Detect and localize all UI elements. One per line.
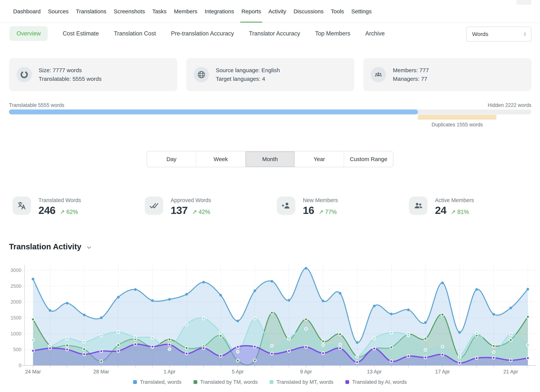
nav-divider [0, 23, 540, 23]
metric-delta: ↗ 77% [319, 208, 337, 215]
nav-item-sources[interactable]: Sources [48, 0, 69, 23]
data-point [305, 327, 308, 330]
data-point [339, 333, 342, 336]
y-axis-tick-label: 500 [13, 347, 21, 352]
data-point [322, 340, 325, 343]
data-point [66, 337, 69, 340]
x-axis-tick-label: 28 Mar [93, 369, 109, 375]
unit-select[interactable]: Words [466, 27, 531, 42]
metric-active-members: Active Members24↗ 81% [409, 196, 540, 216]
metric-value: 246 [38, 204, 55, 216]
data-point [202, 347, 205, 349]
data-point [492, 351, 495, 353]
summary-card-line: Managers: 77 [393, 74, 429, 83]
nav-item-screenshots[interactable]: Screenshots [114, 0, 145, 23]
data-point [117, 296, 120, 298]
data-point [356, 341, 359, 344]
x-axis-tick-label: 5 Apr [232, 369, 244, 375]
data-point [305, 346, 308, 348]
data-point [117, 349, 120, 352]
data-point [254, 289, 256, 292]
y-axis-tick-label: 3000 [10, 267, 21, 273]
nav-item-discussions[interactable]: Discussions [293, 0, 323, 23]
data-point [526, 315, 529, 318]
data-point [458, 354, 461, 357]
section-title-row: Translation Activity [9, 242, 92, 251]
data-point [373, 337, 376, 340]
summary-card-line: Source language: English [216, 66, 280, 74]
data-point [441, 353, 444, 356]
y-axis-tick-label: 2000 [10, 299, 21, 305]
data-point [339, 343, 342, 346]
chevron-down-icon[interactable] [86, 244, 92, 251]
data-point [134, 336, 137, 339]
sort-arrows-icon [523, 32, 526, 37]
data-point [134, 288, 137, 291]
x-axis-tick-label: 1 Apr [164, 369, 175, 375]
tab-pre-translation-accuracy[interactable]: Pre-translation Accuracy [171, 30, 234, 37]
data-point [510, 333, 512, 336]
data-point [407, 308, 410, 311]
y-axis-tick-label: 1000 [10, 331, 21, 337]
duplicates-label: Duplicates 1555 words [418, 122, 496, 128]
nav-item-tasks[interactable]: Tasks [152, 0, 167, 23]
data-point [510, 339, 512, 341]
tab-top-members[interactable]: Top Members [315, 30, 350, 37]
legend-item-translated-by-tm-words[interactable]: Translated by TM, words [194, 379, 258, 385]
data-point [185, 347, 188, 349]
range-button-custom-range[interactable]: Custom Range [344, 151, 393, 167]
legend-item-translated-words[interactable]: Translated, words [133, 379, 181, 385]
data-point [390, 360, 393, 362]
nav-item-dashboard[interactable]: Dashboard [13, 0, 41, 23]
nav-item-integrations[interactable]: Integrations [205, 0, 234, 23]
reports-overview-page: DashboardSourcesTranslationsScreenshotsT… [0, 0, 540, 392]
range-button-month[interactable]: Month [245, 151, 295, 167]
metric-label: Approved Words [171, 197, 211, 203]
legend-label: Translated by AI, words [352, 379, 407, 385]
legend-item-translated-by-mt-words[interactable]: Translated by MT, words [270, 379, 333, 385]
data-point [254, 359, 256, 362]
data-point [510, 307, 512, 309]
data-point [254, 345, 256, 348]
range-button-year[interactable]: Year [294, 151, 344, 167]
metric-value: 24 [435, 204, 446, 216]
tab-cost-estimate[interactable]: Cost Estimate [63, 30, 99, 37]
unit-select-value: Words [472, 31, 488, 37]
translatable-label: Translatable 5555 words [9, 102, 64, 108]
data-point [236, 359, 239, 362]
duplicates-bar [418, 115, 496, 120]
person-add-icon [277, 196, 295, 215]
metric-delta: ↗ 42% [192, 208, 210, 215]
data-point [339, 347, 342, 350]
metric-cards: Translated Words246↗ 62%Approved Words13… [13, 196, 540, 216]
legend-item-translated-by-ai-words[interactable]: Translated by AI, words [345, 379, 407, 385]
nav-item-activity[interactable]: Activity [268, 0, 286, 23]
summary-card-1: Source language: EnglishTarget languages… [186, 58, 354, 91]
data-point [202, 317, 205, 320]
data-point [492, 313, 495, 316]
range-button-day[interactable]: Day [147, 151, 196, 167]
tab-overview[interactable]: Overview [10, 26, 48, 41]
metric-delta: ↗ 62% [60, 208, 78, 215]
summary-card-0: Size: 7777 wordsTranslatable: 5555 words [9, 58, 177, 91]
data-point [270, 311, 273, 314]
chart-legend: Translated, wordsTranslated by TM, words… [0, 379, 540, 385]
metric-label: Translated Words [38, 197, 81, 203]
nav-item-settings[interactable]: Settings [351, 0, 372, 23]
data-point [305, 318, 308, 321]
summary-card-line: Members: 777 [393, 66, 429, 74]
nav-item-members[interactable]: Members [174, 0, 197, 23]
data-point [151, 299, 154, 302]
nav-item-tools[interactable]: Tools [331, 0, 344, 23]
data-point [373, 305, 375, 307]
tab-translator-accuracy[interactable]: Translator Accuracy [249, 30, 300, 37]
summary-card-2: Members: 777Managers: 77 [363, 58, 531, 91]
nav-item-reports[interactable]: Reports [241, 0, 261, 23]
tab-translation-cost[interactable]: Translation Cost [114, 30, 156, 37]
legend-label: Translated, words [140, 379, 181, 385]
nav-item-translations[interactable]: Translations [76, 0, 106, 23]
data-point [339, 292, 341, 295]
data-point [270, 344, 273, 347]
tab-archive[interactable]: Archive [365, 30, 385, 37]
range-button-week[interactable]: Week [196, 151, 245, 167]
